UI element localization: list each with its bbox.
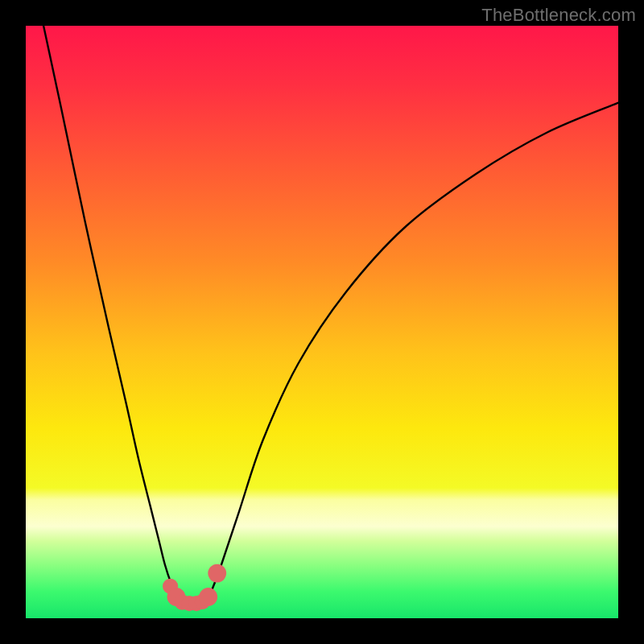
curve-layer: [26, 26, 618, 618]
watermark-text: TheBottleneck.com: [481, 5, 636, 26]
bottom-markers: [163, 564, 226, 612]
chart-frame: TheBottleneck.com: [0, 0, 644, 644]
curve-left: [43, 26, 183, 601]
plot-area: [26, 26, 618, 618]
curve-right: [206, 103, 618, 601]
marker-dot: [199, 588, 217, 606]
marker-dot: [208, 564, 226, 583]
